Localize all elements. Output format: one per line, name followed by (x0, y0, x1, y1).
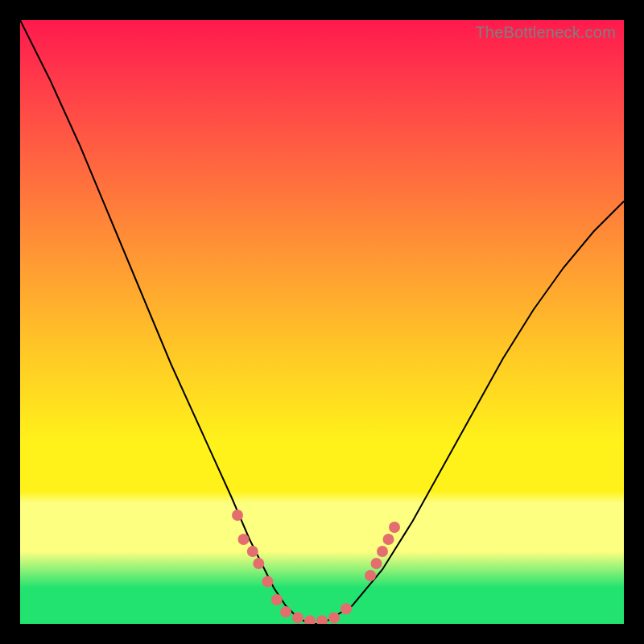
plot-area: TheBottleneck.com (20, 20, 624, 624)
chart-frame: TheBottleneck.com (0, 0, 644, 644)
curve-marker (292, 613, 303, 624)
curve-marker (253, 558, 264, 569)
curve-marker (280, 606, 291, 617)
curve-marker (304, 615, 316, 624)
curve-marker (383, 534, 394, 545)
curve-marker (389, 522, 400, 533)
curve-marker (232, 510, 243, 521)
curve-marker (377, 546, 388, 557)
curve-marker (316, 615, 328, 624)
curve-marker (247, 546, 258, 557)
curve-marker (328, 613, 340, 624)
chart-svg (20, 20, 624, 624)
marker-group (232, 510, 400, 624)
curve-marker (262, 576, 274, 588)
curve-marker (238, 534, 250, 545)
bottleneck-curve (20, 20, 624, 624)
curve-marker (271, 594, 283, 605)
curve-marker (365, 570, 376, 581)
curve-marker (371, 558, 382, 569)
curve-marker (341, 603, 352, 614)
